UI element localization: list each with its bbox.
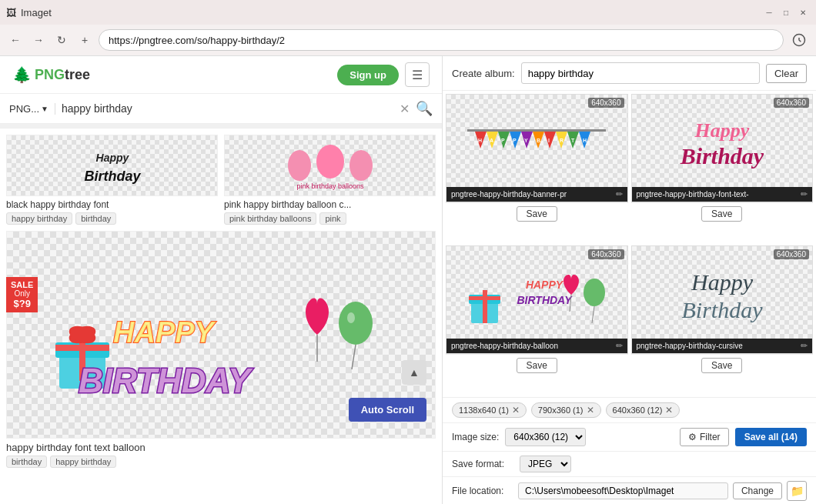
- tag-pink-birthday-balloons[interactable]: pink birthday balloons: [224, 212, 316, 225]
- big-birthday-svg: HAPPY HAPPY BIRTHDAY BIRTHDAY: [44, 242, 398, 427]
- grid-filename-2: pngtree-happy-birthday-font-text-: [637, 190, 798, 199]
- svg-marker-30: [544, 132, 556, 149]
- tag-happy-birthday-2[interactable]: happy birthday: [50, 456, 116, 468]
- edit-icon-2[interactable]: ✏: [801, 189, 808, 199]
- pngtree-logo: 🌲 PNGtree: [12, 65, 90, 84]
- nav-bar: ← → ↻ +: [0, 25, 816, 55]
- search-category-dropdown[interactable]: PNG... ▼: [9, 103, 55, 115]
- filter-label: Filter: [700, 432, 721, 442]
- app-title: Imaget: [21, 7, 52, 18]
- top-image-cards: Happy Birthday black happy birthday font…: [6, 135, 436, 225]
- svg-text:P: P: [501, 138, 505, 143]
- size-chip-remove-2[interactable]: ✕: [587, 405, 594, 416]
- search-icon[interactable]: 🔍: [416, 100, 433, 117]
- folder-icon-button[interactable]: 📁: [787, 481, 807, 501]
- save-button-4[interactable]: Save: [701, 358, 742, 373]
- header-right: Sign up ☰: [337, 62, 430, 87]
- svg-rect-23: [467, 129, 606, 132]
- format-select[interactable]: JPEG PNG WebP: [520, 456, 571, 472]
- big-image-card: HAPPY HAPPY BIRTHDAY BIRTHDAY: [6, 231, 436, 468]
- grid-image-4[interactable]: Happy Birthday: [632, 246, 813, 339]
- save-row-3: Save: [446, 354, 628, 376]
- signup-button[interactable]: Sign up: [337, 65, 399, 85]
- tag-birthday-1[interactable]: birthday: [75, 212, 116, 225]
- save-all-button[interactable]: Save all (14): [735, 428, 807, 446]
- grid-image-2[interactable]: Happy Birthday: [632, 95, 813, 187]
- size-chip-1[interactable]: 1138x640 (1) ✕: [452, 402, 527, 418]
- refresh-button[interactable]: ↻: [52, 31, 71, 49]
- svg-rect-11: [55, 345, 109, 351]
- size-chip-remove-1[interactable]: ✕: [512, 405, 520, 416]
- big-card-label: happy birthday font text balloon: [6, 442, 436, 453]
- svg-point-21: [347, 312, 355, 323]
- edit-icon-3[interactable]: ✏: [616, 341, 623, 351]
- image-size-label: Image size:: [452, 432, 499, 442]
- svg-text:T: T: [571, 138, 575, 143]
- hamburger-menu-button[interactable]: ☰: [405, 62, 430, 87]
- new-tab-button[interactable]: +: [75, 31, 94, 49]
- svg-text:A: A: [490, 138, 493, 143]
- svg-text:HAPPY: HAPPY: [526, 279, 564, 291]
- app-icon: 🖼: [6, 7, 16, 18]
- image-tags-2: pink birthday balloons pink: [224, 212, 436, 225]
- svg-text:Happy: Happy: [691, 269, 754, 295]
- size-chip-3[interactable]: 640x360 (12) ✕: [606, 402, 681, 418]
- svg-text:Y: Y: [524, 138, 528, 143]
- auto-scroll-button[interactable]: Auto Scroll: [349, 398, 426, 422]
- svg-text:Birthday: Birthday: [680, 143, 764, 169]
- svg-text:Happy: Happy: [694, 119, 749, 142]
- search-bar: PNG... ▼ ✕ 🔍: [0, 94, 442, 124]
- filter-button[interactable]: ⚙ Filter: [680, 428, 729, 446]
- size-chip-remove-3[interactable]: ✕: [665, 405, 673, 416]
- file-location-input[interactable]: [518, 482, 728, 499]
- svg-text:Birthday: Birthday: [681, 297, 763, 322]
- grid-img-svg-4: Happy Birthday: [645, 250, 799, 335]
- controls-row: Image size: 640x360 (12) 1138x640 (1) 79…: [443, 422, 816, 451]
- filter-icon: ⚙: [688, 432, 697, 442]
- clear-search-icon[interactable]: ✕: [400, 102, 410, 116]
- grid-img-svg-3: HAPPY BIRTHDAY: [460, 250, 614, 335]
- svg-text:H: H: [478, 138, 482, 143]
- save-row-2: Save: [631, 202, 814, 225]
- grid-image-3[interactable]: HAPPY BIRTHDAY: [446, 246, 627, 339]
- grid-item-3: 640x360 HAPPY BIRTHDAY: [446, 245, 628, 394]
- edit-icon-4[interactable]: ✏: [801, 341, 808, 351]
- right-panel: Create album: Clear 640x360: [443, 56, 816, 504]
- scroll-up-button[interactable]: ▲: [402, 360, 426, 385]
- bookmark-button[interactable]: [788, 29, 810, 51]
- chevron-down-icon: ▼: [41, 105, 48, 113]
- grid-item-footer-2: pngtree-happy-birthday-font-text- ✏: [632, 187, 813, 202]
- grid-image-1[interactable]: H A P P Y B I R T H: [446, 95, 627, 187]
- grid-item-footer-1: pngtree-happy-birthday-banner-pr ✏: [446, 187, 627, 202]
- minimize-button[interactable]: ─: [762, 5, 776, 19]
- image-size-select[interactable]: 640x360 (12) 1138x640 (1) 790x360 (1): [505, 428, 586, 446]
- back-button[interactable]: ←: [6, 31, 25, 49]
- svg-text:H: H: [583, 138, 587, 143]
- image-thumb-2[interactable]: pink birthday balloons: [224, 135, 436, 196]
- image-card-2: pink birthday balloons pink happy birthd…: [224, 135, 436, 225]
- grid-img-svg-1: H A P P Y B I R T H: [460, 98, 614, 183]
- forward-button[interactable]: →: [29, 31, 48, 49]
- change-button[interactable]: Change: [733, 482, 782, 499]
- size-chip-2[interactable]: 790x360 (1) ✕: [531, 402, 601, 418]
- clear-button[interactable]: Clear: [766, 64, 807, 83]
- file-location-label: File location:: [452, 486, 513, 496]
- maximize-button[interactable]: □: [779, 5, 793, 19]
- search-input[interactable]: [62, 102, 393, 115]
- image-thumb-1[interactable]: Happy Birthday: [6, 135, 218, 196]
- save-button-2[interactable]: Save: [701, 206, 742, 222]
- save-button-1[interactable]: Save: [517, 206, 557, 222]
- sale-only: Only: [11, 289, 33, 298]
- resolution-badge-3: 640x360: [588, 249, 624, 259]
- address-bar[interactable]: [99, 29, 784, 51]
- pngtree-header: 🌲 PNGtree Sign up ☰: [0, 56, 442, 94]
- edit-icon-1[interactable]: ✏: [616, 189, 623, 199]
- save-button-3[interactable]: Save: [517, 358, 557, 373]
- tag-pink[interactable]: pink: [319, 212, 346, 225]
- tag-birthday-2[interactable]: birthday: [6, 456, 47, 468]
- close-button[interactable]: ✕: [796, 5, 810, 19]
- svg-rect-51: [469, 296, 500, 300]
- title-bar: 🖼 Imaget ─ □ ✕: [0, 0, 816, 25]
- tag-happy-birthday-1[interactable]: happy birthday: [6, 212, 72, 225]
- album-name-input[interactable]: [521, 62, 760, 84]
